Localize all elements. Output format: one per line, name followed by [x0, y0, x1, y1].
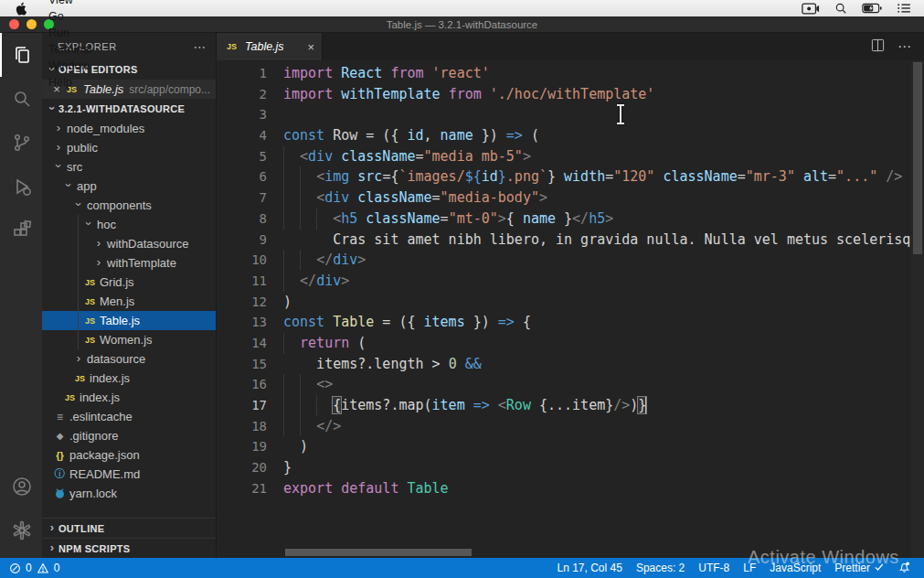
tree-file-women-js[interactable]: JSWomen.js [42, 330, 216, 349]
status-lf[interactable]: LF [740, 562, 759, 574]
code-line-1[interactable]: 1import React from 'react' [217, 63, 924, 84]
menu-help[interactable]: Help [39, 74, 104, 91]
file-tree: ›node_modules›public›src›app›components›… [42, 119, 216, 503]
code-line-10[interactable]: 10 </div> [217, 250, 924, 271]
menu-view[interactable]: View [39, 0, 104, 8]
tree-folder-withtemplate[interactable]: ›withTemplate [42, 253, 216, 273]
tree-file-index-js[interactable]: JSindex.js [42, 369, 216, 388]
status-bell[interactable] [896, 561, 913, 576]
line-number: 17 [217, 395, 267, 416]
code-line-7[interactable]: 7 <div className="media-body"> [217, 187, 924, 209]
code-line-12[interactable]: 12) [217, 292, 924, 313]
warning-count: 0 [54, 562, 60, 574]
open-editor-path: src/app/compo... [129, 83, 210, 96]
outline-section[interactable]: › OUTLINE [42, 518, 216, 538]
explorer-more-actions-icon[interactable]: ⋯ [193, 39, 207, 54]
vertical-scrollbar[interactable] [911, 60, 924, 558]
tree-folder-datasource[interactable]: ›datasource [42, 349, 216, 369]
code-line-20[interactable]: 20} [217, 457, 924, 478]
status-ln-17-col-45[interactable]: Ln 17, Col 45 [555, 562, 625, 574]
code-line-11[interactable]: 11 </div> [217, 271, 924, 292]
code-line-2[interactable]: 2import withTemplate from './hoc/withTem… [217, 84, 924, 105]
code-line-5[interactable]: 5 <div className="media mb-5"> [217, 146, 924, 167]
code-line-19[interactable]: 19 ) [217, 436, 924, 457]
editor-more-actions-icon[interactable]: ⋯ [897, 38, 911, 55]
tree-file-readme-md[interactable]: ⓘREADME.md [42, 465, 216, 484]
code-line-8[interactable]: 8 <h5 className="mt-0">{ name }</h5> [217, 209, 924, 230]
menu-list-icon[interactable] [897, 3, 911, 14]
tree-folder-public[interactable]: ›public [42, 138, 216, 157]
activity-source-control-icon[interactable] [0, 121, 42, 165]
screen-record-icon[interactable] [802, 3, 820, 15]
tree-file--gitignore[interactable]: ◆.gitignore [42, 426, 216, 445]
explorer-sidebar: EXPLORER ⋯ › OPEN EDITORS × JS Table.js … [42, 33, 217, 558]
code-line-13[interactable]: 13const Table = ({ items }) => { [217, 312, 924, 333]
chevron-down-icon: › [46, 102, 59, 114]
line-number: 13 [217, 312, 267, 333]
code-line-21[interactable]: 21export default Table [217, 478, 924, 499]
line-number: 19 [217, 436, 267, 457]
status-utf-8[interactable]: UTF-8 [696, 562, 732, 574]
menu-window[interactable]: Window [39, 58, 104, 74]
status-javascript[interactable]: JavaScript [767, 562, 823, 574]
tree-file--eslintcache[interactable]: ≡.eslintcache [42, 407, 216, 426]
tree-folder-app[interactable]: ›app [42, 177, 216, 196]
split-editor-icon[interactable] [871, 38, 885, 56]
code-line-6[interactable]: 6 <img src={`images/${id}.png`} width="1… [217, 166, 924, 187]
tab-tablejs[interactable]: JS Table.js × [217, 33, 323, 60]
line-number: 9 [217, 230, 267, 251]
spotlight-icon[interactable] [834, 2, 847, 15]
warnings-icon [37, 562, 49, 574]
tree-file-grid-js[interactable]: JSGrid.js [42, 273, 216, 292]
code-line-15[interactable]: 15 items?.length > 0 && [217, 354, 924, 375]
activity-search-icon[interactable] [0, 77, 42, 121]
tree-file-yarn-lock[interactable]: yarn.lock [42, 484, 216, 503]
line-number: 2 [217, 84, 267, 105]
project-section[interactable]: › 3.2.1-WITHDATASOURCE [42, 99, 216, 119]
npm-scripts-section[interactable]: › NPM SCRIPTS [42, 538, 216, 558]
activity-explorer-icon[interactable] [0, 33, 42, 77]
code-line-16[interactable]: 16 <> [217, 374, 924, 395]
activity-account-icon[interactable] [0, 465, 42, 508]
menu-terminal[interactable]: Terminal [39, 41, 104, 58]
code-line-9[interactable]: 9 Cras sit amet nibh libero, in gravida … [217, 230, 924, 251]
problems-indicator[interactable]: 0 0 [0, 562, 59, 574]
js-file-icon: JS [224, 42, 239, 51]
tree-file-men-js[interactable]: JSMen.js [42, 292, 216, 311]
line-number: 20 [217, 457, 267, 478]
code-line-4[interactable]: 4const Row = ({ id, name }) => ( [217, 125, 924, 146]
line-number: 12 [217, 292, 267, 313]
activity-settings-gear-icon[interactable] [0, 508, 42, 552]
activity-extensions-icon[interactable] [0, 209, 42, 252]
menu-go[interactable]: Go [39, 8, 104, 25]
tree-folder-withdatasource[interactable]: ›withDatasource [42, 234, 216, 253]
tree-folder-node-modules[interactable]: ›node_modules [42, 119, 216, 138]
status-prettier[interactable]: Prettier [832, 562, 887, 575]
tree-folder-components[interactable]: ›components [42, 196, 216, 215]
code-editor[interactable]: 1import React from 'react'2import withTe… [217, 60, 924, 558]
line-number: 14 [217, 333, 267, 354]
horizontal-scrollbar-thumb[interactable] [285, 549, 472, 556]
code-line-14[interactable]: 14 return ( [217, 333, 924, 354]
menu-run[interactable]: Run [39, 25, 104, 41]
tree-file-package-json[interactable]: {}package.json [42, 445, 216, 465]
code-line-3[interactable]: 3 [217, 104, 924, 125]
chevron-down-icon: › [52, 160, 66, 173]
apple-logo-icon[interactable] [15, 2, 27, 16]
status-spaces-2[interactable]: Spaces: 2 [633, 562, 687, 574]
line-number: 10 [217, 250, 267, 271]
vertical-scrollbar-thumb[interactable] [913, 62, 922, 254]
tree-folder-src[interactable]: ›src [42, 157, 216, 177]
tree-file-table-js[interactable]: JSTable.js [42, 311, 216, 330]
battery-icon[interactable] [862, 3, 882, 14]
tab-close-icon[interactable]: × [307, 40, 314, 54]
vscode-window: CodeFileEditSelectionViewGoRunTerminalWi… [0, 0, 924, 578]
code-line-17[interactable]: 17 {items?.map(item => <Row {...item}/>)… [217, 395, 924, 416]
window-title: Table.js — 3.2.1-withDatasource [0, 19, 924, 30]
line-number: 21 [217, 478, 267, 499]
code-line-18[interactable]: 18 </> [217, 416, 924, 437]
tree-file-index-js[interactable]: JSindex.js [42, 388, 216, 407]
tab-label: Table.js [245, 40, 284, 53]
activity-run-debug-icon[interactable] [0, 165, 42, 209]
tree-folder-hoc[interactable]: ›hoc [42, 215, 216, 234]
